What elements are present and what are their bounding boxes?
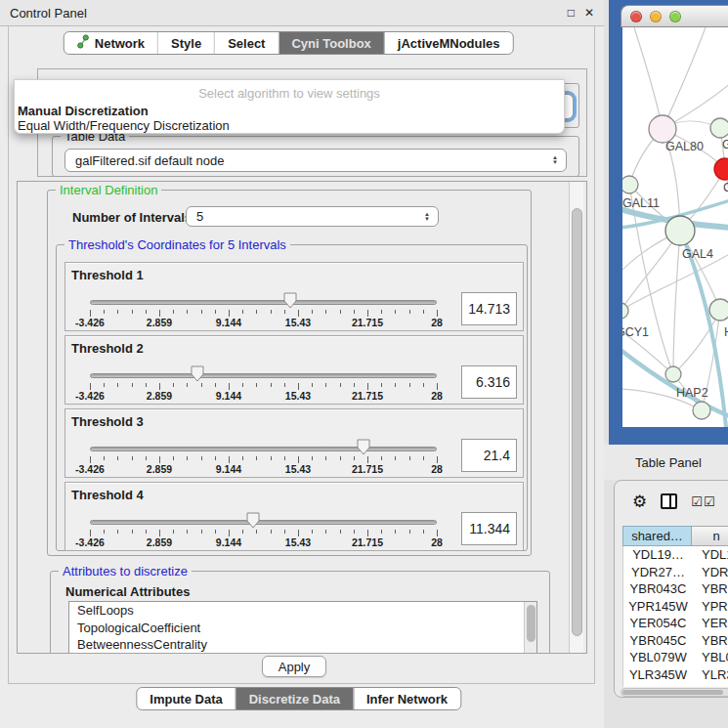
panel-title: Control Panel — [10, 6, 558, 21]
scale-label: 15.43 — [285, 317, 311, 328]
scale-label: 28 — [431, 463, 443, 475]
apply-button[interactable]: Apply — [262, 656, 326, 677]
network-node[interactable] — [693, 402, 710, 419]
slider-track[interactable] — [90, 373, 437, 378]
tick-mark — [409, 310, 410, 314]
slider-thumb-icon[interactable] — [357, 439, 370, 455]
table-row[interactable]: YBR043CYBR0 — [623, 580, 728, 598]
slider-track[interactable] — [90, 300, 437, 305]
network-icon — [77, 34, 90, 52]
tab-select[interactable]: Select — [215, 32, 278, 54]
network-node-gal80[interactable] — [649, 115, 676, 143]
tick-mark — [104, 383, 105, 387]
slider-thumb-icon[interactable] — [246, 512, 260, 529]
tick-mark — [437, 456, 438, 463]
table-horizontal-scrollbar[interactable] — [621, 688, 728, 697]
thresholds-group-title: Threshold's Coordinates for 5 Intervals — [64, 237, 290, 252]
tab-label: Infer Network — [366, 692, 448, 707]
numerical-attributes-list[interactable]: SelfLoopsTopologicalCoefficientBetweenne… — [68, 601, 537, 654]
slider-track[interactable] — [90, 520, 437, 525]
tick-mark — [173, 310, 174, 314]
attribute-list-item[interactable]: BetweennessCentrality — [69, 636, 536, 654]
interval-definition-group: Interval Definition Number of Intervals … — [47, 190, 532, 556]
float-window-icon[interactable]: □ — [568, 6, 575, 20]
tab-label: Style — [171, 36, 201, 51]
table-panel-titlebar: Table Panel — [604, 445, 728, 480]
tab-discretize-data[interactable]: Discretize Data — [236, 688, 354, 709]
scale-label: -3.426 — [75, 536, 105, 548]
scrollbar-thumb[interactable] — [622, 690, 723, 695]
tab-network[interactable]: Network — [64, 32, 158, 54]
tab-cyni-toolbox[interactable]: Cyni Toolbox — [278, 32, 384, 54]
table-row[interactable]: YLR345WYLR3 — [623, 666, 728, 684]
table-row[interactable]: YIL052CYIL0 — [623, 683, 728, 687]
table-row[interactable]: YER054CYER0 — [623, 615, 728, 632]
tick-mark — [284, 310, 285, 314]
column-header-shared[interactable]: shared… — [622, 526, 692, 546]
table-row[interactable]: YBL079WYBL0 — [623, 649, 728, 666]
tick-mark — [229, 310, 230, 317]
scrollbar-thumb[interactable] — [527, 605, 535, 642]
zoom-traffic-light[interactable] — [669, 11, 681, 22]
checkbox-icons[interactable]: ☑☑ — [691, 494, 715, 509]
numerical-attributes-label: Numerical Attributes — [65, 584, 190, 599]
table-row[interactable]: YDL19…YDL1 — [623, 546, 728, 564]
tab-infer-network[interactable]: Infer Network — [354, 688, 460, 709]
tick-mark — [146, 530, 147, 534]
tick-mark — [312, 530, 313, 534]
tick-mark — [340, 310, 341, 314]
num-intervals-value: 5 — [196, 209, 203, 224]
gear-icon[interactable]: ⚙ — [632, 492, 647, 512]
settings-vertical-scrollbar[interactable] — [569, 182, 583, 653]
network-node-gal4[interactable] — [665, 216, 695, 245]
network-edge — [634, 27, 663, 129]
tab-jactivemnodules[interactable]: jActiveMNodules — [385, 32, 513, 54]
tick-mark — [423, 530, 424, 534]
attribute-list-item[interactable]: SelfLoops — [69, 602, 536, 620]
dropdown-option[interactable]: Equal Width/Frequency Discretization — [15, 118, 564, 133]
close-icon[interactable]: ✕ — [584, 6, 594, 20]
table-toolbar: ⚙ ☑☑ — [615, 487, 728, 516]
network-node-gcy1[interactable] — [622, 303, 628, 319]
attributes-scrollbar[interactable] — [524, 602, 536, 654]
threshold-panel: Threshold 4-3.4262.8599.14415.4321.71528… — [64, 482, 524, 551]
table-row[interactable]: YBR045CYBR0 — [623, 632, 728, 650]
threshold-value-field[interactable]: 21.4 — [461, 439, 517, 472]
tab-label: Cyni Toolbox — [291, 36, 370, 51]
split-columns-icon[interactable] — [661, 493, 677, 509]
tick-mark — [90, 383, 91, 390]
tab-label: Impute Data — [150, 692, 222, 707]
scrollbar-thumb[interactable] — [572, 208, 582, 636]
table-panel-card: ⚙ ☑☑ shared… n YDL19…YDL1YDR27…YDR2YBR04… — [614, 480, 728, 698]
table-data-combobox[interactable]: galFiltered.sif default node ▲▼ — [64, 149, 567, 172]
minimize-traffic-light[interactable] — [650, 11, 662, 22]
tick-mark — [325, 310, 326, 314]
network-canvas[interactable]: GAL80GCGAL11GAL4GCY1HHAP2 — [622, 27, 728, 427]
network-node-g[interactable] — [710, 118, 728, 138]
column-header-name[interactable]: n — [692, 526, 728, 546]
network-node-gal11[interactable] — [622, 176, 638, 193]
threshold-value-field[interactable]: 11.344 — [461, 512, 517, 545]
num-intervals-combobox[interactable]: 5 ▲▼ — [186, 206, 439, 227]
tick-mark — [340, 383, 341, 387]
table-row[interactable]: YDR27…YDR2 — [623, 564, 728, 581]
scale-label: 21.715 — [352, 390, 383, 402]
table-row[interactable]: YPR145WYPR1 — [623, 598, 728, 616]
network-node-hap2[interactable] — [665, 366, 681, 382]
tick-mark — [298, 530, 299, 536]
threshold-value-field[interactable]: 14.713 — [461, 292, 517, 325]
network-node-h[interactable] — [709, 299, 728, 321]
slider-thumb-icon[interactable] — [283, 292, 297, 309]
attribute-list-item[interactable]: TopologicalCoefficient — [69, 620, 536, 637]
dropdown-option[interactable]: Manual Discretization — [15, 104, 564, 118]
threshold-value-field[interactable]: 6.316 — [461, 365, 517, 399]
slider-track[interactable] — [90, 447, 437, 451]
close-traffic-light[interactable] — [630, 11, 642, 22]
tab-impute-data[interactable]: Impute Data — [137, 688, 236, 709]
cell-shared-name: YBR043C — [623, 580, 693, 598]
dropdown-options: Manual DiscretizationEqual Width/Frequen… — [15, 104, 564, 133]
tab-label: Network — [95, 36, 145, 51]
slider-thumb-icon[interactable] — [191, 365, 204, 382]
tick-mark — [117, 383, 118, 387]
tab-style[interactable]: Style — [158, 32, 215, 54]
